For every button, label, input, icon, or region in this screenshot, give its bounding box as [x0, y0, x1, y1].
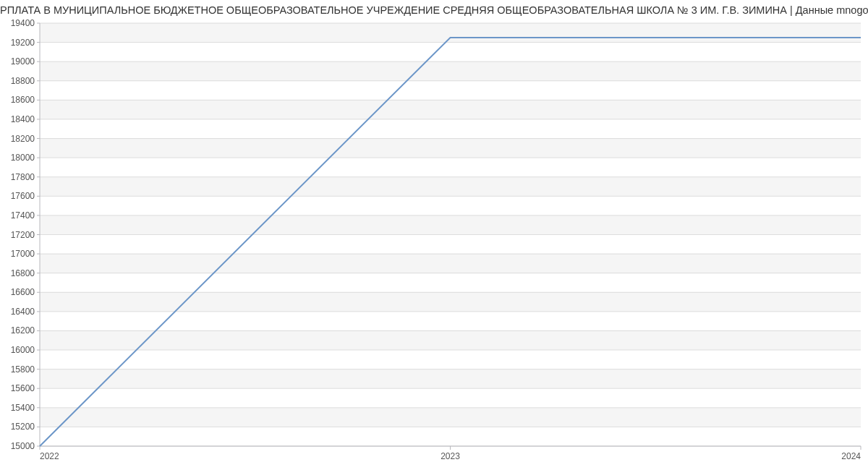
y-tick-label: 19000 — [11, 56, 35, 67]
line-chart: 1500015200154001560015800160001620016400… — [0, 16, 868, 468]
y-tick-label: 17600 — [11, 191, 35, 201]
grid-band — [40, 330, 861, 350]
x-tick-label: 2024 — [841, 451, 861, 461]
y-tick-label: 15800 — [11, 364, 35, 375]
x-tick-label: 2023 — [441, 451, 460, 461]
grid-band — [40, 292, 861, 312]
grid-band — [40, 408, 861, 427]
chart-title: РПЛАТА В МУНИЦИПАЛЬНОЕ БЮДЖЕТНОЕ ОБЩЕОБР… — [0, 0, 868, 16]
y-tick-label: 15400 — [11, 403, 35, 413]
grid-band — [40, 23, 861, 43]
y-tick-label: 18600 — [11, 95, 35, 105]
x-tick-label: 2022 — [40, 451, 59, 461]
grid-band — [40, 61, 861, 81]
grid-band — [40, 254, 861, 273]
y-tick-label: 19200 — [11, 38, 35, 48]
y-tick-label: 15600 — [11, 383, 35, 393]
y-tick-label: 18200 — [11, 134, 35, 144]
y-tick-label: 17000 — [11, 249, 35, 259]
grid-band — [40, 177, 861, 197]
y-tick-label: 16200 — [11, 325, 35, 336]
y-tick-label: 18400 — [11, 114, 35, 124]
y-tick-label: 16000 — [11, 345, 35, 355]
grid-band — [40, 215, 861, 235]
grid-band — [40, 100, 861, 119]
y-tick-label: 15000 — [11, 441, 35, 451]
chart-container: 1500015200154001560015800160001620016400… — [0, 16, 868, 468]
y-tick-label: 18000 — [11, 153, 35, 163]
y-tick-label: 16400 — [11, 307, 35, 317]
y-tick-label: 17200 — [11, 230, 35, 240]
y-tick-label: 19400 — [11, 18, 35, 28]
y-tick-label: 17800 — [11, 172, 35, 182]
y-tick-label: 18800 — [11, 76, 35, 86]
grid-band — [40, 139, 861, 158]
y-tick-label: 15200 — [11, 422, 35, 432]
grid-band — [40, 369, 861, 389]
y-tick-label: 16800 — [11, 268, 35, 278]
y-tick-label: 16600 — [11, 287, 35, 297]
y-tick-label: 17400 — [11, 210, 35, 221]
